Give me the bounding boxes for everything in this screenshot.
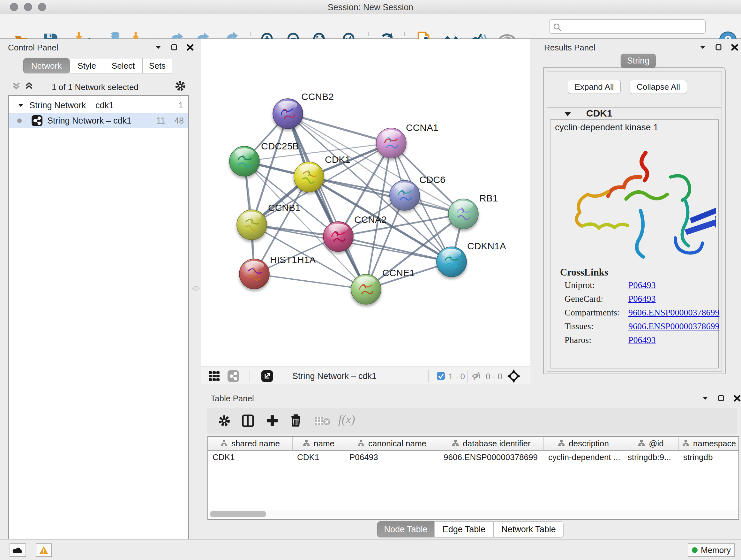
network-view-title: String Network – cdk1 <box>292 371 377 381</box>
table-header-row: shared namenamecanonical namedatabase id… <box>208 437 738 451</box>
column-header-description[interactable]: description <box>544 437 623 450</box>
panel-close-icon[interactable] <box>733 394 741 402</box>
column-header-shared-name[interactable]: shared name <box>208 437 293 450</box>
cell-shared-name[interactable]: CDK1 <box>208 451 293 464</box>
crosslink-link[interactable]: 9606.ENSP00000378699 <box>628 321 719 331</box>
tree-expander-icon[interactable] <box>17 102 24 109</box>
tab-node-table[interactable]: Node Table <box>377 521 434 537</box>
network-edge-count: 48 <box>170 116 184 126</box>
left-splitter-handle[interactable] <box>192 287 199 291</box>
network-canvas[interactable]: CCNB2CCNA1CDC25BCDK1CDC6RB1CCNB1CCNA2CDK… <box>201 39 530 367</box>
crosslink-label: GeneCard: <box>564 294 603 304</box>
panel-float-icon[interactable] <box>715 44 723 51</box>
add-column-icon[interactable] <box>266 414 279 429</box>
node-label-CCNE1: CCNE1 <box>382 267 415 278</box>
grid-view-icon[interactable] <box>208 370 220 383</box>
node-label-CDK1: CDK1 <box>325 154 350 165</box>
results-panel-title: Results Panel <box>544 43 595 53</box>
tab-string[interactable]: String <box>621 54 656 68</box>
warnings-button[interactable] <box>36 543 52 557</box>
node-CDKN1A[interactable]: CDKN1A <box>436 241 506 277</box>
network-options-gear-icon[interactable] <box>174 80 186 93</box>
crosslink-label: Uniprot: <box>564 280 595 290</box>
entry-description: cyclin-dependent kinase 1 <box>555 122 658 132</box>
node-CCNB2[interactable]: CCNB2 <box>273 91 334 129</box>
crosslink-link[interactable]: P06493 <box>628 335 656 345</box>
node-label-CCNA1: CCNA1 <box>406 122 439 133</box>
cell--id[interactable]: stringdb:9... <box>623 451 679 464</box>
cell-canonical-name[interactable]: P06493 <box>345 451 439 464</box>
node-CCNA1[interactable]: CCNA1 <box>376 122 439 158</box>
entry-expander-icon[interactable] <box>564 111 571 118</box>
panel-menu-icon[interactable] <box>699 44 706 51</box>
open-in-window-icon[interactable] <box>261 370 273 383</box>
table-toolbar: f(x) <box>207 408 737 434</box>
edge-CCNE1-HIST1H1A[interactable] <box>254 274 366 289</box>
node-HIST1H1A[interactable]: HIST1H1A <box>239 254 316 289</box>
panel-close-icon[interactable] <box>731 44 738 51</box>
network-row-selected[interactable]: String Network – cdk1 11 48 <box>9 113 188 128</box>
collapse-all-button[interactable]: Collapse All <box>630 80 687 94</box>
node-CDC6[interactable]: CDC6 <box>390 174 446 210</box>
string-results-container: Expand All Collapse All CDK1 cyclin-depe… <box>543 67 726 374</box>
entry-gene-name: CDK1 <box>586 108 612 119</box>
footer-separator <box>250 370 250 382</box>
crosslink-link[interactable]: P06493 <box>628 294 656 304</box>
cell-name[interactable]: CDK1 <box>293 451 345 464</box>
string-network-graph[interactable]: CCNB2CCNA1CDC25BCDK1CDC6RB1CCNB1CCNA2CDK… <box>201 39 530 367</box>
node-RB1[interactable]: RB1 <box>448 193 498 229</box>
node-label-CDKN1A: CDKN1A <box>467 241 506 251</box>
column-header--id[interactable]: @id <box>623 437 679 450</box>
status-bar: Memory <box>0 539 741 560</box>
tab-sets[interactable]: Sets <box>142 58 172 73</box>
protein-structure-image <box>554 136 716 264</box>
selected-checkbox-icon[interactable] <box>436 372 445 381</box>
network-row-label: String Network – cdk1 <box>47 116 131 126</box>
network-selection-status: 1 of 1 Network selected <box>0 82 190 92</box>
tab-edge-table[interactable]: Edge Table <box>434 521 494 537</box>
tab-style[interactable]: Style <box>70 58 104 73</box>
tab-network-table[interactable]: Network Table <box>494 521 563 537</box>
delete-table-icon[interactable] <box>314 416 331 428</box>
cell-namespace[interactable]: stringdb <box>679 451 739 464</box>
network-share-view-icon[interactable] <box>227 370 239 383</box>
expand-all-button[interactable]: Expand All <box>568 80 621 94</box>
function-builder-icon[interactable]: f(x) <box>338 412 355 426</box>
tab-network[interactable]: Network <box>23 58 70 73</box>
node-label-HIST1H1A: HIST1H1A <box>270 254 316 265</box>
pan-crosshair-icon[interactable] <box>507 369 521 384</box>
table-settings-gear-icon[interactable] <box>218 414 231 429</box>
panel-menu-icon[interactable] <box>154 44 162 51</box>
panel-menu-icon[interactable] <box>701 394 709 402</box>
search-input[interactable] <box>549 19 706 34</box>
node-CCNE1[interactable]: CCNE1 <box>351 267 415 304</box>
tab-select[interactable]: Select <box>104 58 142 73</box>
crosslink-link[interactable]: P06493 <box>628 280 656 290</box>
delete-column-icon[interactable] <box>289 414 302 428</box>
hidden-eye-icon[interactable] <box>472 371 482 383</box>
network-collection-row[interactable]: String Network – cdk1 1 <box>9 98 188 113</box>
panel-close-icon[interactable] <box>186 44 194 51</box>
table-row[interactable]: CDK1CDK1P064939606.ENSP00000378699cyclin… <box>208 451 738 464</box>
scrollbar-thumb[interactable] <box>210 511 266 517</box>
cell-description[interactable]: cyclin-dependent ... <box>544 451 623 464</box>
column-header-namespace[interactable]: namespace <box>679 437 739 450</box>
memory-button[interactable]: Memory <box>688 543 735 557</box>
column-header-canonical-name[interactable]: canonical name <box>345 437 439 450</box>
show-columns-icon[interactable] <box>241 414 255 429</box>
panel-float-icon[interactable] <box>171 44 178 51</box>
edge-CCNA2-CDKN1A[interactable] <box>338 237 452 262</box>
crosslink-link[interactable]: 9606.ENSP00000378699 <box>628 307 719 318</box>
main-toolbar: ? <box>0 14 741 39</box>
horizontal-scrollbar[interactable] <box>209 510 738 518</box>
cloud-button[interactable] <box>10 543 26 557</box>
node-label-RB1: RB1 <box>479 193 498 203</box>
cell-database-identifier[interactable]: 9606.ENSP00000378699 <box>439 451 544 464</box>
panel-float-icon[interactable] <box>718 394 725 402</box>
column-header-database-identifier[interactable]: database identifier <box>439 437 544 450</box>
column-header-name[interactable]: name <box>293 437 345 450</box>
footer-separator <box>428 370 428 382</box>
crosslink-label: Compartments: <box>564 307 620 318</box>
column-type-icon <box>558 440 565 447</box>
column-type-icon <box>303 440 310 447</box>
